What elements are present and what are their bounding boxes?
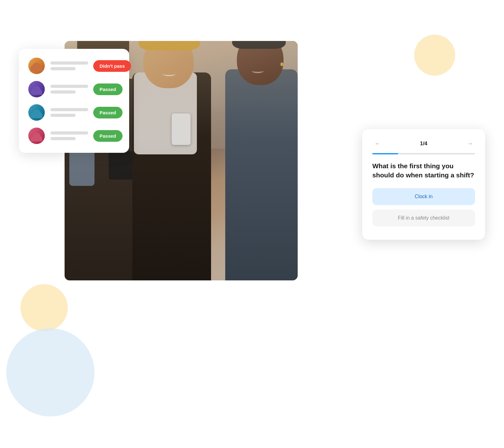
status-badge-pass: Passed: [93, 83, 123, 95]
avatar: [28, 81, 45, 97]
quiz-question: What is the first thing you should do wh…: [372, 161, 475, 180]
name-line: [50, 85, 88, 88]
quiz-progress-fill: [372, 153, 398, 154]
name-line: [50, 108, 88, 111]
avatar: [28, 104, 45, 121]
result-row: Didn't pass: [28, 58, 120, 74]
result-row: Passed: [28, 81, 120, 97]
quiz-nav: ← 1/4 →: [372, 139, 475, 149]
quiz-progress-label: 1/4: [420, 141, 427, 147]
name-lines: [50, 61, 88, 70]
avatar: [28, 128, 45, 144]
name-line: [50, 61, 88, 65]
name-lines: [50, 85, 88, 94]
main-scene: Didn't pass Passed: [0, 0, 504, 448]
status-badge-fail: Didn't pass: [93, 60, 131, 72]
status-badge-pass: Passed: [93, 107, 123, 118]
name-lines: [50, 108, 88, 117]
result-row: Passed: [28, 104, 120, 121]
quiz-option-clock-in[interactable]: Clock in: [372, 188, 475, 205]
decorative-circle-top-right: [414, 35, 455, 76]
name-line: [50, 131, 88, 135]
status-badge-pass: Passed: [93, 130, 123, 142]
quiz-progress-bar: [372, 153, 475, 154]
decorative-circle-bottom-left: [20, 284, 68, 331]
name-line: [50, 114, 76, 117]
decorative-circle-blue: [6, 328, 94, 416]
quiz-option-safety-checklist[interactable]: Fill in a safety checklist: [372, 210, 475, 227]
quiz-nav-back[interactable]: ←: [372, 139, 382, 149]
quiz-nav-forward[interactable]: →: [465, 139, 475, 149]
name-line: [50, 67, 76, 70]
avatar: [28, 58, 45, 74]
name-line: [50, 90, 76, 94]
name-lines: [50, 131, 88, 140]
quiz-card: ← 1/4 → What is the first thing you shou…: [362, 129, 485, 240]
result-row: Passed: [28, 128, 120, 144]
name-line: [50, 137, 76, 140]
results-card: Didn't pass Passed: [19, 49, 129, 153]
